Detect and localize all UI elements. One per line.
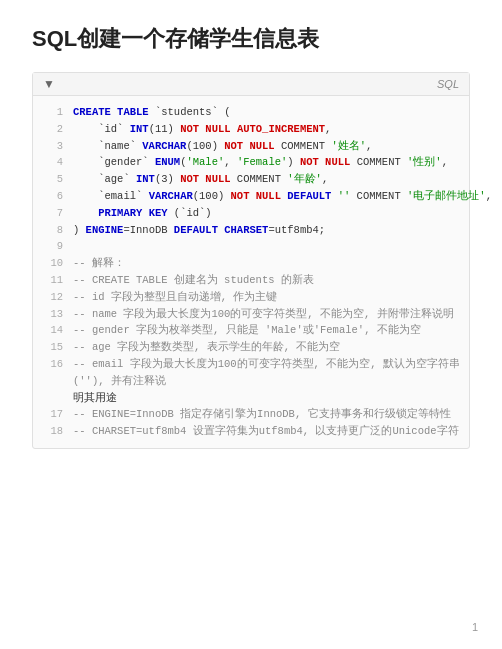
code-line: 2 `id` INT(11) NOT NULL AUTO_INCREMENT, [33, 121, 469, 138]
line-content: `id` INT(11) NOT NULL AUTO_INCREMENT, [73, 121, 331, 138]
line-number: 9 [41, 238, 63, 255]
code-line: 8) ENGINE=InnoDB DEFAULT CHARSET=utf8mb4… [33, 222, 469, 239]
code-body: 1CREATE TABLE `students` (2 `id` INT(11)… [33, 96, 469, 448]
line-content: -- id 字段为整型且自动递增, 作为主键 [73, 289, 277, 306]
line-number: 3 [41, 138, 63, 155]
line-content: 明其用途 [73, 390, 117, 407]
line-number: 1 [41, 104, 63, 121]
line-content: -- 解释： [73, 255, 125, 272]
line-content: ) ENGINE=InnoDB DEFAULT CHARSET=utf8mb4; [73, 222, 325, 239]
line-number: 11 [41, 272, 63, 289]
line-content: `email` VARCHAR(100) NOT NULL DEFAULT ''… [73, 188, 492, 205]
line-content: -- name 字段为最大长度为100的可变字符类型, 不能为空, 并附带注释说… [73, 306, 454, 323]
line-content: -- age 字段为整数类型, 表示学生的年龄, 不能为空 [73, 339, 340, 356]
line-content: -- email 字段为最大长度为100的可变字符类型, 不能为空, 默认为空字… [73, 356, 461, 390]
line-content: CREATE TABLE `students` ( [73, 104, 231, 121]
code-line: 10-- 解释： [33, 255, 469, 272]
line-number: 6 [41, 188, 63, 205]
line-content: PRIMARY KEY (`id`) [73, 205, 212, 222]
line-number: 14 [41, 322, 63, 339]
line-content: -- CHARSET=utf8mb4 设置字符集为utf8mb4, 以支持更广泛… [73, 423, 459, 440]
line-number: 2 [41, 121, 63, 138]
code-line: 6 `email` VARCHAR(100) NOT NULL DEFAULT … [33, 188, 469, 205]
line-number: 7 [41, 205, 63, 222]
line-number: 12 [41, 289, 63, 306]
page-title: SQL创建一个存储学生信息表 [32, 24, 470, 54]
code-line: 7 PRIMARY KEY (`id`) [33, 205, 469, 222]
code-line: 4 `gender` ENUM('Male', 'Female') NOT NU… [33, 154, 469, 171]
code-line: 明其用途 [33, 390, 469, 407]
collapse-arrow-icon[interactable]: ▼ [43, 77, 55, 91]
code-line: 16-- email 字段为最大长度为100的可变字符类型, 不能为空, 默认为… [33, 356, 469, 390]
page-number: 1 [472, 621, 478, 633]
code-line: 12-- id 字段为整型且自动递增, 作为主键 [33, 289, 469, 306]
line-number: 5 [41, 171, 63, 188]
line-number: 4 [41, 154, 63, 171]
line-content: `gender` ENUM('Male', 'Female') NOT NULL… [73, 154, 448, 171]
line-content: -- ENGINE=InnoDB 指定存储引擎为InnoDB, 它支持事务和行级… [73, 406, 451, 423]
line-number: 8 [41, 222, 63, 239]
code-line: 1CREATE TABLE `students` ( [33, 104, 469, 121]
code-line: 13-- name 字段为最大长度为100的可变字符类型, 不能为空, 并附带注… [33, 306, 469, 323]
line-number: 10 [41, 255, 63, 272]
code-line: 5 `age` INT(3) NOT NULL COMMENT '年龄', [33, 171, 469, 188]
code-language-label: SQL [437, 78, 459, 90]
code-line: 18-- CHARSET=utf8mb4 设置字符集为utf8mb4, 以支持更… [33, 423, 469, 440]
line-number: 16 [41, 356, 63, 373]
line-content: -- CREATE TABLE 创建名为 students 的新表 [73, 272, 314, 289]
code-line: 11-- CREATE TABLE 创建名为 students 的新表 [33, 272, 469, 289]
line-content: `name` VARCHAR(100) NOT NULL COMMENT '姓名… [73, 138, 372, 155]
line-number: 15 [41, 339, 63, 356]
code-line: 15-- age 字段为整数类型, 表示学生的年龄, 不能为空 [33, 339, 469, 356]
code-block: ▼ SQL 1CREATE TABLE `students` (2 `id` I… [32, 72, 470, 449]
code-line: 14-- gender 字段为枚举类型, 只能是 'Male'或'Female'… [33, 322, 469, 339]
line-number: 13 [41, 306, 63, 323]
line-number: 17 [41, 406, 63, 423]
code-header: ▼ SQL [33, 73, 469, 96]
line-number: 18 [41, 423, 63, 440]
code-line: 17-- ENGINE=InnoDB 指定存储引擎为InnoDB, 它支持事务和… [33, 406, 469, 423]
line-content: -- gender 字段为枚举类型, 只能是 'Male'或'Female', … [73, 322, 421, 339]
code-line: 3 `name` VARCHAR(100) NOT NULL COMMENT '… [33, 138, 469, 155]
line-content: `age` INT(3) NOT NULL COMMENT '年龄', [73, 171, 328, 188]
code-line: 9 [33, 238, 469, 255]
